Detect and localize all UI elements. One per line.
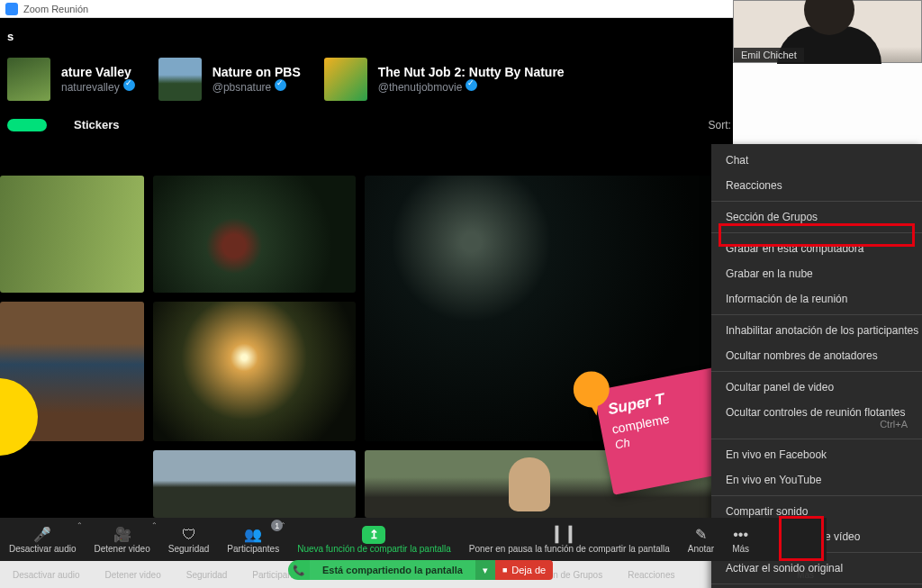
content-header-label: s — [7, 30, 14, 43]
suggestion-row: ature Valley naturevalley Nature on PBS … — [0, 54, 828, 112]
suggestion-handle: naturevalley — [61, 79, 135, 94]
video-label: Detener video — [94, 544, 149, 554]
menu-item-disable-annotation[interactable]: Inhabilitar anotación de los participant… — [711, 318, 922, 343]
verified-badge-icon — [466, 79, 477, 91]
participants-button[interactable]: 👥 Participantes 1 ⌃ — [218, 518, 288, 561]
suggestion-thumb-icon — [7, 58, 50, 101]
screen-share-preview: s ature Valley naturevalley Nature on PB… — [0, 18, 828, 518]
stop-share-button[interactable]: Deja de — [495, 560, 553, 580]
gif-tile[interactable] — [153, 302, 356, 441]
suggestion-item[interactable]: ature Valley naturevalley — [7, 58, 135, 101]
suggestion-handle: @pbsnature — [212, 79, 301, 94]
menu-item-live-facebook[interactable]: En vivo en Facebook — [711, 442, 922, 467]
suggestion-name: The Nut Job 2: Nutty By Nature — [378, 65, 565, 79]
share-screen-icon — [362, 526, 385, 544]
menu-item-hide-floating-controls[interactable]: Ocultar controles de reunión flotantesCt… — [711, 400, 922, 436]
pencil-icon: ✎ — [695, 526, 707, 544]
app-stage: Zoom Reunión — ▭ ✕ s ature Valley nature… — [0, 0, 922, 588]
tabs-row: Stickers Sort: Relevant Newest — [0, 112, 828, 147]
webcam-name-label: Emil Chichet — [734, 48, 804, 62]
menu-item-meeting-info[interactable]: Información de la reunión — [711, 286, 922, 312]
gif-tile[interactable] — [153, 450, 356, 518]
mute-label: Desactivar audio — [9, 544, 76, 554]
more-button[interactable]: ••• Más — [723, 518, 758, 561]
pause-icon: ▎▎ — [556, 526, 583, 544]
suggestion-item[interactable]: The Nut Job 2: Nutty By Nature @thenutjo… — [324, 58, 565, 101]
suggestion-thumb-icon — [324, 58, 367, 101]
menu-item-reactions[interactable]: Reacciones — [711, 173, 922, 198]
mute-button[interactable]: 🎤 Desactivar audio ⌃ — [0, 518, 85, 561]
webcam-thumbnail[interactable]: Emil Chichet — [733, 0, 922, 63]
sharing-banner-text: Está compartiendo la pantalla — [310, 560, 475, 580]
security-button[interactable]: 🛡 Seguridad — [159, 518, 219, 561]
chevron-up-icon[interactable]: ⌃ — [280, 521, 286, 529]
new-share-button[interactable]: Nueva función de compartir la pantalla — [288, 518, 460, 561]
menu-separator — [711, 439, 922, 439]
pause-share-button[interactable]: ▎▎ Poner en pausa la función de comparti… — [460, 518, 679, 561]
verified-badge-icon — [275, 79, 286, 91]
more-dots-icon: ••• — [733, 526, 748, 544]
camera-icon: 🎥 — [113, 526, 131, 544]
suggestion-handle: @thenutjobmovie — [378, 79, 565, 94]
security-label: Seguridad — [168, 544, 210, 554]
shield-icon: 🛡 — [182, 526, 196, 544]
suggestion-name: Nature on PBS — [212, 65, 301, 79]
gif-tile[interactable] — [153, 176, 356, 293]
menu-separator — [711, 495, 922, 496]
menu-item-hide-annotators[interactable]: Ocultar nombres de anotadores — [711, 343, 922, 368]
zoom-app-icon — [5, 3, 18, 15]
sharing-banner: Está compartiendo la pantalla ▾ Deja de — [288, 560, 553, 580]
annotate-label: Anotar — [688, 544, 714, 554]
participants-label: Participantes — [227, 544, 279, 554]
shared-content: s ature Valley naturevalley Nature on PB… — [0, 18, 828, 518]
gif-tile[interactable] — [0, 450, 144, 518]
suggestion-name: ature Valley — [61, 65, 135, 79]
menu-item-hide-video-panel[interactable]: Ocultar panel de video — [711, 375, 922, 400]
menu-separator — [711, 371, 922, 372]
new-share-label: Nueva función de compartir la pantalla — [297, 544, 451, 554]
video-button[interactable]: 🎥 Detener video ⌃ — [85, 518, 158, 561]
suggestion-thumb-icon — [158, 58, 202, 101]
tab-gifs[interactable] — [7, 119, 47, 131]
menu-separator — [711, 232, 922, 233]
sharing-banner-dropdown[interactable]: ▾ — [475, 560, 495, 580]
window-title: Zoom Reunión — [23, 4, 88, 14]
menu-separator — [711, 314, 922, 315]
more-label: Más — [732, 544, 749, 554]
chevron-up-icon[interactable]: ⌃ — [77, 521, 83, 529]
people-icon: 👥 — [244, 526, 262, 544]
menu-shortcut: Ctrl+A — [880, 419, 908, 430]
pause-share-label: Poner en pausa la función de compartir l… — [469, 544, 670, 554]
sharing-banner-call-icon[interactable] — [288, 560, 310, 580]
menu-item-chat[interactable]: Chat — [711, 148, 922, 173]
chevron-up-icon[interactable]: ⌃ — [151, 521, 158, 529]
suggestion-item[interactable]: Nature on PBS @pbsnature — [158, 58, 301, 101]
menu-item-live-youtube[interactable]: En vivo en YouTube — [711, 467, 922, 493]
menu-item-record-cloud[interactable]: Grabar en la nube — [711, 261, 922, 286]
meeting-toolbar: 🎤 Desactivar audio ⌃ 🎥 Detener video ⌃ 🛡… — [0, 518, 827, 561]
microphone-icon: 🎤 — [33, 526, 51, 544]
gif-tile[interactable] — [0, 176, 144, 293]
menu-item-record-local[interactable]: Grabar en esta computadora — [711, 236, 922, 261]
menu-separator — [711, 201, 922, 202]
annotate-button[interactable]: ✎ Anotar — [679, 518, 723, 561]
content-header: s — [0, 18, 828, 54]
verified-badge-icon — [123, 79, 135, 91]
menu-item-breakout[interactable]: Sección de Grupos — [711, 204, 922, 230]
tab-stickers[interactable]: Stickers — [54, 112, 140, 138]
